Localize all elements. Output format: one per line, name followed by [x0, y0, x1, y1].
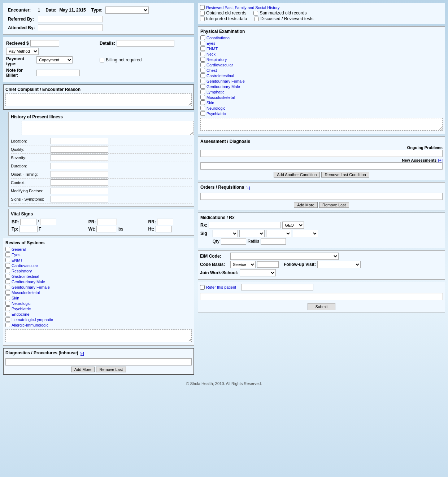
pe-chest-link[interactable]: Chest	[206, 68, 217, 73]
sig-select2[interactable]	[239, 230, 265, 237]
ros-eyes-checkbox[interactable]	[5, 252, 10, 257]
ros-skin-link[interactable]: Skin	[12, 296, 19, 300]
pe-notes-input[interactable]	[200, 118, 443, 131]
add-condition-button[interactable]: Add Another Condition	[274, 172, 320, 178]
billing-not-required-checkbox[interactable]	[100, 58, 104, 62]
ros-psychiatric-checkbox[interactable]	[5, 306, 10, 311]
ros-neurologic-checkbox[interactable]	[5, 301, 10, 306]
diagnostics-remove-last-button[interactable]: Remove Last	[96, 367, 126, 372]
orders-remove-last-button[interactable]: Remove Last	[319, 202, 349, 208]
qty-input[interactable]	[221, 238, 246, 245]
ros-gu-female-checkbox[interactable]	[5, 285, 10, 289]
pe-neurologic-checkbox[interactable]	[200, 106, 205, 110]
ongoing-problems-input[interactable]	[200, 150, 443, 157]
hpi-context-input[interactable]	[51, 179, 108, 186]
refills-input[interactable]	[261, 238, 286, 245]
ros-endocrine-link[interactable]: Endocrine	[12, 312, 30, 316]
orders-input[interactable]	[200, 193, 443, 200]
ros-hematologic-link[interactable]: Hematologic-Lymphatic	[12, 318, 53, 322]
ros-general-checkbox[interactable]	[5, 247, 10, 251]
pe-neurologic-link[interactable]: Neurologic	[206, 106, 226, 110]
received-input[interactable]	[30, 40, 59, 47]
reviewed-past-checkbox[interactable]	[200, 5, 205, 10]
ros-notes-input[interactable]	[5, 329, 192, 342]
pe-constitutional-checkbox[interactable]	[200, 35, 205, 40]
ros-hematologic-checkbox[interactable]	[5, 317, 10, 322]
ros-respiratory-checkbox[interactable]	[5, 268, 10, 273]
bp-systolic-input[interactable]	[20, 219, 36, 225]
discussed-reviewed-checkbox[interactable]	[254, 17, 259, 21]
pe-skin-checkbox[interactable]	[200, 100, 205, 105]
ros-enmt-link[interactable]: ENMT	[12, 258, 23, 262]
pe-chest-checkbox[interactable]	[200, 68, 205, 73]
code-basis-input[interactable]	[257, 261, 279, 268]
ht-input[interactable]	[156, 226, 172, 232]
sig-select1[interactable]	[213, 230, 238, 237]
ros-cardiovascular-checkbox[interactable]	[5, 263, 10, 268]
ros-gu-male-checkbox[interactable]	[5, 279, 10, 284]
rr-input[interactable]	[157, 219, 173, 225]
hpi-onset-input[interactable]	[51, 171, 108, 178]
em-code-select[interactable]	[230, 253, 339, 260]
ros-endocrine-checkbox[interactable]	[5, 312, 10, 316]
new-assessment-input[interactable]	[200, 162, 443, 170]
ros-neurologic-link[interactable]: Neurologic	[12, 301, 31, 306]
pe-lymphatic-checkbox[interactable]	[200, 89, 205, 94]
remove-condition-button[interactable]: Remove Last Condition	[321, 172, 369, 178]
pe-psychiatric-link[interactable]: Psychiatric	[206, 111, 226, 116]
interpreted-tests-checkbox[interactable]	[200, 17, 205, 21]
pe-neck-checkbox[interactable]	[200, 52, 205, 56]
ros-allergic-checkbox[interactable]	[5, 323, 10, 327]
pe-enmt-link[interactable]: ENMT	[206, 47, 218, 51]
tp-input[interactable]	[19, 226, 38, 232]
ros-gu-female-link[interactable]: Genitourinary Female	[12, 285, 50, 289]
diagnostics-plus-link[interactable]: [+]	[79, 351, 84, 356]
pe-lymphatic-link[interactable]: Lymphatic	[206, 90, 225, 94]
hpi-modifying-input[interactable]	[51, 188, 108, 194]
ros-musculoskeletal-link[interactable]: Musculoskeletal	[12, 290, 40, 295]
summarized-old-checkbox[interactable]	[253, 11, 258, 16]
pay-method-select[interactable]: Pay Method	[6, 48, 39, 55]
ros-respiratory-link[interactable]: Respiratory	[12, 269, 32, 273]
ros-general-link[interactable]: General	[12, 247, 26, 251]
ros-gastrointestinal-link[interactable]: Gastrointestinal	[12, 274, 39, 279]
pe-musculoskeletal-checkbox[interactable]	[200, 95, 205, 100]
hpi-severity-input[interactable]	[51, 154, 108, 161]
diagnostics-input[interactable]	[5, 358, 192, 366]
note-biller-input[interactable]	[36, 70, 80, 76]
obtained-old-checkbox[interactable]	[200, 11, 205, 16]
pe-gastrointestinal-link[interactable]: Gastrointestinal	[206, 74, 234, 78]
refer-patient-checkbox[interactable]	[200, 285, 205, 290]
geq-select[interactable]: GEQ	[282, 222, 304, 229]
payment-type-select[interactable]: Copayment	[36, 56, 73, 64]
wt-input[interactable]	[96, 226, 116, 232]
ros-gu-male-link[interactable]: Genitourinary Male	[12, 280, 45, 284]
pe-eyes-checkbox[interactable]	[200, 41, 205, 45]
refer-patient-input[interactable]	[241, 284, 313, 290]
pe-neck-link[interactable]: Neck	[206, 52, 216, 56]
hpi-duration-input[interactable]	[51, 163, 108, 169]
hpi-text-input[interactable]	[22, 121, 193, 135]
rx-input[interactable]	[209, 222, 281, 228]
bp-diastolic-input[interactable]	[40, 219, 56, 225]
submit-button[interactable]: Submit	[308, 303, 335, 310]
referred-by-input[interactable]	[38, 16, 103, 22]
pe-gu-female-link[interactable]: Genitourinary Female	[206, 79, 245, 83]
pe-enmt-checkbox[interactable]	[200, 46, 205, 51]
pe-respiratory-checkbox[interactable]	[200, 57, 205, 62]
pe-cardiovascular-checkbox[interactable]	[200, 62, 205, 67]
reviewed-past-link[interactable]: Reviewed Past, Family and Social History	[206, 5, 280, 10]
pe-gu-male-checkbox[interactable]	[200, 84, 205, 89]
details-input[interactable]	[117, 40, 174, 47]
orders-plus-link[interactable]: [+]	[245, 186, 250, 190]
ros-eyes-link[interactable]: Eyes	[12, 253, 20, 257]
sig-select3[interactable]	[266, 230, 291, 237]
type-select[interactable]	[105, 6, 149, 14]
pe-cardiovascular-link[interactable]: Cardiovascular	[206, 63, 233, 67]
assessment-plus-link[interactable]: [+]	[438, 158, 443, 162]
diagnostics-add-more-button[interactable]: Add More	[71, 367, 95, 372]
chief-complaint-input[interactable]	[5, 93, 192, 106]
pe-gu-male-link[interactable]: Genitourinary Male	[206, 84, 240, 89]
pe-constitutional-link[interactable]: Constitutional	[206, 36, 231, 40]
ros-skin-checkbox[interactable]	[5, 296, 10, 300]
